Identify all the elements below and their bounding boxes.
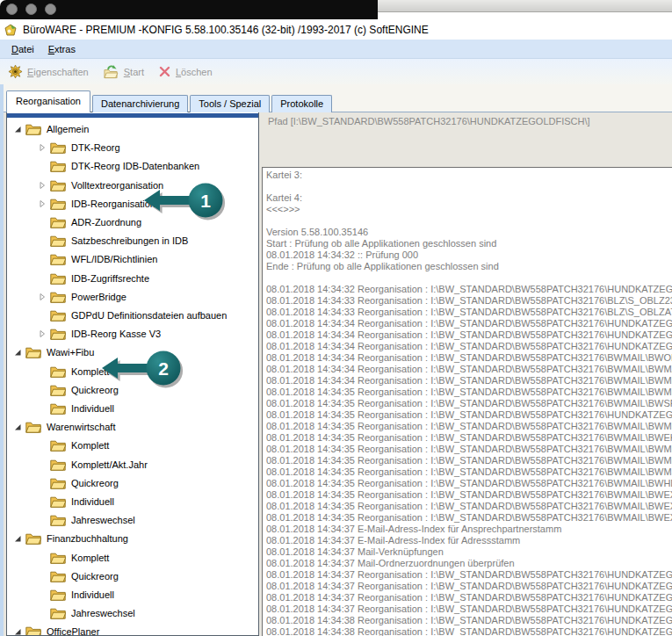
log-line: 08.01.2018 14:34:34 Reorganisation : I:\… xyxy=(266,329,672,341)
log-line: 08.01.2018 14:34:32 Reorganisation : I:\… xyxy=(266,284,672,295)
properties-gear-icon xyxy=(8,64,23,79)
expander-placeholder xyxy=(36,235,47,247)
tree-item-wfl-idb-richtlinien[interactable]: WFL/IDB/Richtlinien xyxy=(8,250,257,268)
tree-item-jahreswechsel[interactable]: Jahreswechsel xyxy=(8,604,257,622)
folder-icon xyxy=(50,477,66,489)
toolbar-button-eigenschaften[interactable]: Eigenschaften xyxy=(8,64,89,79)
menu-item-extras[interactable]: Extras xyxy=(44,42,80,56)
expander-placeholder xyxy=(36,384,47,395)
tree-item-label: PowerBridge xyxy=(71,292,126,302)
menu-item-datei[interactable]: Datei xyxy=(7,42,39,56)
log-line: Ende : Prüfung ob alle Applikationen ges… xyxy=(266,261,672,272)
tree-item-dtk-reorg-idb-datenbanken[interactable]: DTK-Reorg IDB-Datenbanken xyxy=(8,157,257,175)
tree-item-dtk-reorg[interactable]: DTK-Reorg xyxy=(8,139,257,156)
expander-expanded-icon[interactable] xyxy=(11,124,23,135)
tree-item-idb-reorg-kasse-v3[interactable]: IDB-Reorg Kasse V3 xyxy=(8,325,257,343)
log-line: 08.01.2018 14:34:37 Reorganisation : I:\… xyxy=(266,581,672,592)
expander-collapsed-icon[interactable] xyxy=(36,198,47,209)
tree-item-label: Komplett xyxy=(71,553,109,563)
tree-item-individuell[interactable]: Individuell xyxy=(8,586,257,603)
log-line: 08.01.2018 14:34:35 Reorganisation : I:\… xyxy=(266,398,672,409)
toolbar-button-start[interactable]: Start xyxy=(103,64,144,79)
toolbar-button-label: Eigenschaften xyxy=(27,67,89,77)
tree-item-label: Quickreorg xyxy=(71,571,119,582)
folder-icon xyxy=(50,570,66,582)
tree-item-quickreorg[interactable]: Quickreorg xyxy=(8,474,257,492)
window-control-button[interactable] xyxy=(6,4,18,15)
tree-item-label: Komplett/Akt.Jahr xyxy=(71,459,148,470)
window-title: BüroWARE - PREMIUM -KONFIG 5.58.100.3514… xyxy=(23,24,429,36)
log-line: Kartei 4: xyxy=(266,192,672,204)
expander-placeholder xyxy=(36,254,47,265)
log-line: 08.01.2018 14:34:37 Reorganisation : I:\… xyxy=(266,592,672,603)
folder-icon xyxy=(50,495,66,508)
tree-item-label: WFL/IDB/Richtlinien xyxy=(71,254,157,264)
tab-reorganisation[interactable]: Reorganisation xyxy=(6,90,90,112)
tree-item-officeplaner[interactable]: OfficePlaner xyxy=(8,623,257,636)
expander-placeholder xyxy=(36,440,47,452)
tree-item-label: Komplett xyxy=(71,440,109,451)
toolbar-button-label: Start xyxy=(124,67,144,77)
tree-item-quickreorg[interactable]: Quickreorg xyxy=(8,567,257,585)
expander-collapsed-icon[interactable] xyxy=(36,179,47,191)
tree-item-label: DTK-Reorg xyxy=(71,142,120,153)
toolbar-button-löschen[interactable]: Löschen xyxy=(158,65,213,78)
folder-icon xyxy=(50,365,66,378)
log-line xyxy=(266,215,672,227)
callout-number: 2 xyxy=(158,358,169,379)
tree-item-label: Individuell xyxy=(71,496,114,507)
expander-expanded-icon[interactable] xyxy=(11,422,23,433)
tree-item-label: GDPdU Definitionsdateien aufbauen xyxy=(71,310,227,321)
tree-item-komplett[interactable]: Komplett xyxy=(8,549,257,567)
tree-item-individuell[interactable]: Individuell xyxy=(8,493,257,510)
tree-item-label: DTK-Reorg IDB-Datenbanken xyxy=(71,161,199,171)
log-line xyxy=(266,272,672,284)
tree-item-powerbridge[interactable]: PowerBridge xyxy=(8,288,257,306)
callout-arrow-icon xyxy=(102,358,151,379)
folder-icon xyxy=(25,123,41,135)
tree-item-idb-zugriffsrechte[interactable]: IDB-Zugriffsrechte xyxy=(8,270,257,287)
tree-item-jahreswechsel[interactable]: Jahreswechsel xyxy=(8,511,257,529)
tree-item-allgemein[interactable]: Allgemein xyxy=(8,120,257,138)
expander-collapsed-icon[interactable] xyxy=(36,291,47,302)
expander-placeholder xyxy=(36,217,47,228)
expander-collapsed-icon[interactable] xyxy=(36,329,47,340)
callout-badge-1: 1 xyxy=(141,179,232,225)
tree-item-label: Quickreorg xyxy=(71,478,119,488)
expander-expanded-icon[interactable] xyxy=(11,347,23,358)
expander-expanded-icon[interactable] xyxy=(11,533,23,545)
log-line: 08.01.2018 14:34:35 Reorganisation : I:\… xyxy=(266,387,672,398)
log-line: 08.01.2018 14:34:37 E-Mail-Adress-Index … xyxy=(266,524,672,535)
expander-expanded-icon[interactable] xyxy=(11,626,23,636)
expander-placeholder xyxy=(36,272,47,284)
tab-protokolle[interactable]: Protokolle xyxy=(271,95,332,112)
tree-item-label: Finanzbuchhaltung xyxy=(47,533,128,544)
window-chrome-bar xyxy=(0,0,378,19)
tab-tools-spezial[interactable]: Tools / Spezial xyxy=(190,95,270,112)
app-window: BüroWARE - PREMIUM -KONFIG 5.58.100.3514… xyxy=(0,0,672,636)
log-line: 08.01.2018 14:34:38 Reorganisation : I:\… xyxy=(266,615,672,626)
folder-icon xyxy=(50,459,66,471)
tree-item-satzbeschreibungen-in-idb[interactable]: Satzbeschreibungen in IDB xyxy=(8,232,257,249)
log-line: 08.01.2018 14:34:37 Mail-Verknüpfungen xyxy=(266,546,672,558)
window-control-button[interactable] xyxy=(25,4,37,15)
tree-item-finanzbuchhaltung[interactable]: Finanzbuchhaltung xyxy=(8,530,257,547)
expander-placeholder xyxy=(36,570,47,582)
tab-datenarchivierung[interactable]: Datenarchivierung xyxy=(92,95,188,112)
expander-collapsed-icon[interactable] xyxy=(36,142,47,154)
folder-icon xyxy=(50,514,66,526)
log-line: 08.01.2018 14:34:35 Reorganisation : I:\… xyxy=(266,478,672,489)
log-output[interactable]: Kartei 3:Kartei 4:<<<>>>Version 5.58.100… xyxy=(262,167,672,636)
tree-item-komplett-akt-jahr[interactable]: Komplett/Akt.Jahr xyxy=(8,456,257,473)
window-control-button[interactable] xyxy=(45,4,56,15)
tree-item-gdpdu-definitionsdateien-aufbauen[interactable]: GDPdU Definitionsdateien aufbauen xyxy=(8,307,257,324)
tree-item-label: Jahreswechsel xyxy=(71,515,135,525)
expander-placeholder xyxy=(36,496,47,508)
tree-item-label: OfficePlaner xyxy=(47,626,99,636)
tree-item-label: ADR-Zuordnung xyxy=(71,217,141,228)
tree-item-warenwirtschaft[interactable]: Warenwirtschaft xyxy=(8,418,257,436)
tree-item-komplett[interactable]: Komplett xyxy=(8,437,257,454)
tree-item-individuell[interactable]: Individuell xyxy=(8,400,257,417)
menu-bar: DateiExtras xyxy=(0,40,672,59)
toolbar: Eigenschaften Start Löschen xyxy=(0,59,672,84)
